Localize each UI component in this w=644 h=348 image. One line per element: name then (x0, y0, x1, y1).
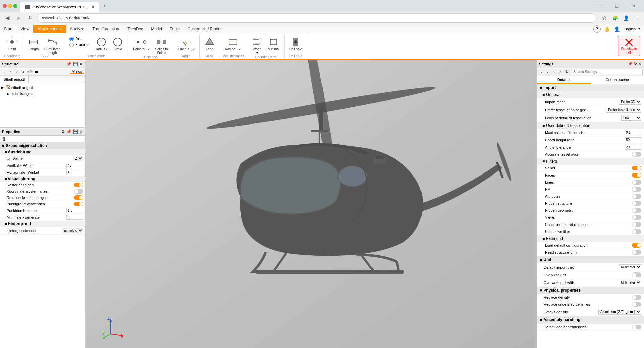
ribbon-btn-face[interactable]: Face (202, 36, 217, 54)
ribbon-btn-radius[interactable]: Radius ▾ (93, 36, 110, 52)
tab-close-icon[interactable]: ✕ (91, 5, 95, 9)
toggle-solids[interactable] (632, 166, 641, 170)
properties-save-icon[interactable]: 💾 (72, 129, 79, 134)
menu-item-measurement[interactable]: Measurement (33, 25, 66, 33)
toggle-construction[interactable] (632, 222, 641, 227)
properties-settings-icon[interactable]: ⚙ (61, 129, 66, 134)
toggle-replace-undefined[interactable] (632, 302, 641, 307)
more-icon[interactable]: ··· (632, 13, 641, 23)
settings-nav-last[interactable]: » (557, 69, 563, 75)
ribbon-btn-3points[interactable]: 3 points (68, 42, 91, 47)
nav-prev-icon[interactable]: ‹ (8, 69, 14, 75)
views-tab[interactable]: Views (70, 69, 84, 74)
settings-tab-current[interactable]: Current scene (591, 76, 644, 84)
toggle-replace-density[interactable] (632, 295, 641, 300)
menu-item-analyze[interactable]: Analyze (66, 25, 89, 33)
browser-tab[interactable]: 3DViewStation WebViewer INTE... ✕ (20, 2, 99, 12)
prop-input-horiz-winkel[interactable] (66, 170, 83, 175)
language-selector[interactable]: English (624, 27, 636, 31)
settings-search-input[interactable] (572, 69, 643, 75)
settings-select-default-unit[interactable]: MillimeterInch (619, 264, 641, 270)
properties-close-icon[interactable]: ✕ (79, 129, 83, 134)
structure-close-icon[interactable]: ✕ (79, 62, 83, 66)
settings-select-default-density[interactable]: Aluminium (2.71 g/cm³) (598, 309, 641, 315)
ribbon-btn-length[interactable]: Length (26, 36, 41, 55)
ribbon-btn-ray-ba[interactable]: Ray ba... ▾ (223, 36, 243, 54)
nav-next-icon[interactable]: › (14, 69, 20, 75)
prop-section-szene-header[interactable]: ■ Szeneneigenschaften (0, 142, 85, 149)
structure-save-icon[interactable]: 💾 (72, 62, 79, 66)
toggle-raster[interactable] (74, 183, 83, 187)
ribbon-btn-circle[interactable]: Circle (110, 36, 125, 52)
window-maximize-button[interactable]: □ (609, 1, 625, 11)
toggle-faces[interactable] (632, 173, 641, 178)
settings-nav-prev[interactable]: ‹ (545, 69, 551, 75)
settings-input-angle-tol[interactable] (625, 145, 641, 150)
toggle-attributes[interactable] (632, 194, 641, 199)
prop-select-up-vektor[interactable]: ZXY (73, 156, 83, 161)
settings-section-physical-header[interactable]: ■Physical properties (537, 287, 644, 294)
toggle-views[interactable] (632, 215, 641, 220)
ribbon-btn-drill-hole[interactable]: Drill hole (287, 36, 304, 54)
toggle-no-dependencies[interactable] (632, 325, 641, 329)
toggle-read-structure[interactable] (632, 250, 641, 255)
settings-input-max-tess[interactable] (625, 130, 641, 135)
ribbon-btn-solids-to[interactable]: Solids toSolids (153, 36, 170, 55)
window-minimize-button[interactable]: ─ (592, 1, 608, 11)
ribbon-btn-world[interactable]: World ▾ (250, 36, 264, 55)
prop-input-vert-winkel[interactable] (66, 163, 83, 168)
toggle-overwrite-unit[interactable] (632, 272, 641, 277)
toggle-accurate-tess[interactable] (632, 152, 641, 157)
menu-item-tools[interactable]: Tools (166, 25, 184, 33)
settings-nav-first[interactable]: « (538, 69, 544, 75)
forward-button[interactable]: ▶ (14, 13, 23, 23)
settings-refresh-icon[interactable]: ↻ (633, 62, 638, 66)
toggle-punkt[interactable] (74, 202, 83, 206)
notifications-icon[interactable]: 🔔 (603, 25, 611, 33)
settings-pin-icon[interactable]: 📌 (627, 62, 633, 66)
properties-sort-icon[interactable]: ⇅ (2, 136, 6, 142)
settings-select-import-mode[interactable]: Prefer 3D2D only3D only (619, 99, 641, 105)
nav-first-icon[interactable]: « (1, 69, 7, 75)
ribbon-btn-deactivate[interactable]: Deactivateall (618, 36, 640, 56)
settings-subsection-tessellation-header[interactable]: ■User defined tessellation (537, 122, 644, 129)
account-icon[interactable]: 👤 (613, 25, 621, 33)
ribbon-btn-point-to[interactable]: Point to... ▾ (131, 36, 152, 55)
toggle-rotation[interactable] (74, 195, 83, 200)
toggle-pmi[interactable] (632, 187, 641, 192)
viewport-canvas[interactable]: Z X Y (86, 60, 537, 348)
menu-item-customized[interactable]: Customized Ribbon (184, 25, 227, 33)
ribbon-btn-arc[interactable]: Arc (68, 36, 91, 41)
settings-subsection-filters-header[interactable]: ■Filters (537, 158, 644, 165)
settings-refresh-btn[interactable]: ↻ (564, 69, 570, 75)
nav-last-icon[interactable]: » (20, 69, 27, 75)
address-bar[interactable]: vsvweb.kisters.de/internal/ (37, 13, 596, 23)
toggle-load-default[interactable] (632, 243, 641, 248)
ribbon-btn-circle-angle[interactable]: Circle a... ▾ (176, 36, 197, 54)
toggle-koordinate[interactable] (74, 189, 83, 194)
ribbon-btn-cumulated[interactable]: Cumulatedlength (42, 36, 62, 55)
settings-close-icon[interactable]: ✕ (638, 62, 642, 66)
settings-select-overwrite-with[interactable]: MillimeterInch (619, 280, 641, 285)
properties-pin-icon[interactable]: 📌 (66, 129, 72, 134)
viewport-filename-tab[interactable]: stlbellrang.stl (0, 76, 29, 83)
ribbon-btn-point[interactable]: Point (5, 36, 19, 52)
help-icon[interactable]: ? (593, 25, 601, 33)
settings-section-import-header[interactable]: ■Import (537, 84, 644, 91)
code-icon[interactable]: </> (27, 69, 33, 75)
toggle-hidden-geometry[interactable] (632, 208, 641, 213)
settings-input-chord-height[interactable] (625, 137, 641, 142)
menu-item-start[interactable]: Start (0, 25, 16, 33)
menu-item-model[interactable]: Model (147, 25, 166, 33)
new-tab-button[interactable]: + (99, 2, 109, 10)
reload-button[interactable]: ↻ (26, 13, 35, 23)
settings-section-assembly-header[interactable]: ■Assembly handling (537, 316, 644, 324)
window-close-button[interactable]: ✕ (626, 1, 641, 11)
toggle-lines[interactable] (632, 180, 641, 185)
menu-item-transformation[interactable]: Transformation (88, 25, 123, 33)
toggle-hidden-structure[interactable] (632, 201, 641, 206)
extensions-icon[interactable]: 🧩 (610, 13, 620, 23)
settings-subsection-extended-header[interactable]: ■Extended (537, 235, 644, 242)
prop-input-framerate[interactable] (66, 215, 83, 220)
settings-subsection-general-header[interactable]: ■General (537, 91, 644, 98)
